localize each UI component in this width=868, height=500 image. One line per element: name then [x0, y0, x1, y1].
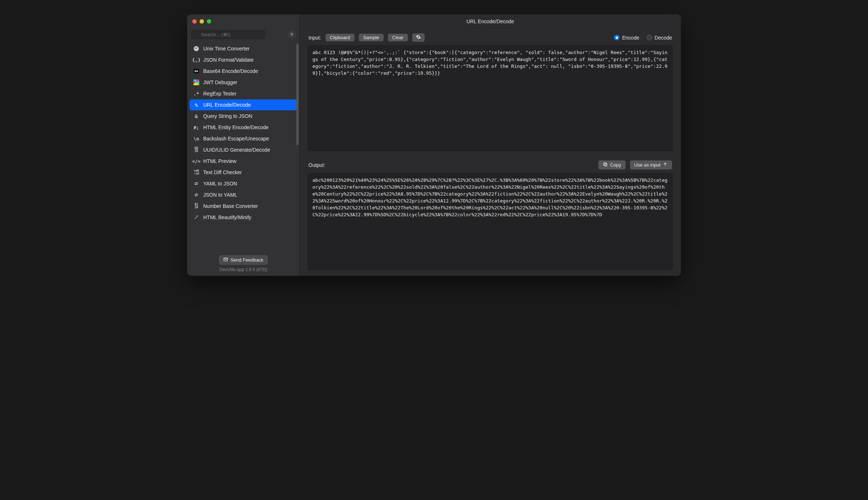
- clipboard-button[interactable]: Clipboard: [326, 34, 355, 41]
- sidebar-item-label: Unix Time Converter: [203, 46, 250, 52]
- output-label: Output:: [308, 162, 325, 168]
- bslash-icon: \n: [193, 135, 200, 142]
- list-sort-button[interactable]: [288, 30, 296, 38]
- encode-radio-label: Encode: [622, 35, 639, 41]
- sidebar-item-html-preview[interactable]: </>HTML Preview: [189, 156, 297, 167]
- sidebar-item-jwt-debugger[interactable]: JWT Debugger: [189, 77, 297, 88]
- input-toolbar: Input: Clipboard Sample Clear Encode: [300, 28, 681, 45]
- arrow-up-icon: [663, 162, 668, 168]
- sidebar-item-yaml-to-json[interactable]: YAML to JSON: [189, 178, 297, 189]
- svg-rect-6: [605, 164, 607, 166]
- wand-icon: [193, 214, 200, 221]
- sidebar-item-label: HTML Preview: [203, 158, 236, 164]
- maximize-window-button[interactable]: [207, 19, 211, 24]
- radio-dot-icon: [614, 35, 619, 40]
- settings-button[interactable]: [412, 33, 425, 42]
- encode-radio[interactable]: Encode: [614, 35, 639, 41]
- traffic-lights: [192, 19, 211, 24]
- sidebar-item-html-beautify-minify[interactable]: HTML Beautify/Minify: [189, 212, 297, 223]
- copy-icon: [603, 162, 608, 168]
- decode-radio[interactable]: Decode: [647, 35, 672, 41]
- minimize-window-button[interactable]: [200, 19, 204, 24]
- sidebar-item-unix-time-converter[interactable]: Unix Time Converter: [189, 43, 297, 54]
- sidebar-item-label: JWT Debugger: [203, 79, 237, 85]
- swap-icon: [193, 192, 200, 198]
- b64-icon: 64: [193, 68, 200, 74]
- binary-icon: 0110: [193, 203, 200, 209]
- input-label: Input:: [308, 35, 321, 41]
- output-toolbar: Output: Copy Use as input: [300, 155, 681, 173]
- output-textarea[interactable]: abc%200123%20%21%40%23%24%25%5E%26%2A%28…: [308, 173, 673, 270]
- sidebar-item-backslash-escape-unescape[interactable]: \nBackslash Escape/Unescape: [189, 133, 297, 144]
- hash-icon: #;: [193, 124, 200, 131]
- mode-radio-group: Encode Decode: [614, 35, 672, 41]
- sidebar-item-query-string-to-json[interactable]: &Query String to JSON: [189, 111, 297, 122]
- sidebar: Unix Time Converter{,}JSON Format/Valida…: [187, 15, 300, 276]
- radio-dot-icon: [647, 35, 652, 40]
- use-as-input-label: Use as input: [634, 162, 660, 168]
- sidebar-item-label: Text Diff Checker: [203, 169, 242, 175]
- send-feedback-label: Send Feedback: [230, 257, 263, 263]
- sidebar-item-label: HTML Beautify/Minify: [203, 214, 251, 220]
- main-pane: URL Encode/Decode Input: Clipboard Sampl…: [300, 15, 681, 276]
- code-icon: </>: [193, 158, 200, 164]
- braces-icon: {,}: [193, 57, 200, 63]
- sidebar-item-uuid-ulid-generate-decode[interactable]: UUIDUUID/ULID Generate/Decode: [189, 144, 297, 155]
- search-row: [187, 28, 299, 42]
- decode-radio-label: Decode: [655, 35, 672, 41]
- input-textarea[interactable]: abc 0123 !@#$%^&*()|+?"<>',.;:` {"store"…: [308, 45, 673, 151]
- percent-icon: %: [193, 102, 200, 108]
- diff-icon: +ab-cd: [193, 169, 200, 176]
- sidebar-item-label: JSON Format/Validate: [203, 57, 254, 63]
- sidebar-item-base64-encode-decode[interactable]: 64Base64 Encode/Decode: [189, 66, 297, 77]
- swap-icon: [193, 180, 200, 187]
- mail-icon: [223, 257, 228, 263]
- version-label: DevUtils.app 1.9.0 (67D): [220, 267, 267, 272]
- close-window-button[interactable]: [192, 19, 197, 24]
- sidebar-item-label: RegExp Tester: [203, 91, 237, 97]
- copy-label: Copy: [610, 162, 621, 168]
- sidebar-item-label: Base64 Encode/Decode: [203, 68, 258, 74]
- app-window: Unix Time Converter{,}JSON Format/Valida…: [187, 15, 681, 276]
- sidebar-item-label: YAML to JSON: [203, 181, 237, 187]
- sidebar-item-label: UUID/ULID Generate/Decode: [203, 147, 270, 153]
- sidebar-item-json-format-validate[interactable]: {,}JSON Format/Validate: [189, 54, 297, 65]
- sidebar-item-json-to-yaml[interactable]: JSON to YAML: [189, 189, 297, 200]
- sidebar-item-label: URL Encode/Decode: [203, 102, 251, 108]
- sidebar-item-url-encode-decode[interactable]: %URL Encode/Decode: [189, 99, 297, 110]
- sidebar-item-label: HTML Entity Encode/Decode: [203, 124, 269, 130]
- uuid-icon: UUID: [193, 147, 200, 153]
- sidebar-item-label: JSON to YAML: [203, 192, 237, 198]
- sidebar-item-regexp-tester[interactable]: .*RegExp Tester: [189, 88, 297, 99]
- regex-icon: .*: [193, 90, 200, 97]
- clear-button[interactable]: Clear: [388, 34, 408, 41]
- sample-button[interactable]: Sample: [359, 34, 384, 41]
- sidebar-footer: Send Feedback DevUtils.app 1.9.0 (67D): [187, 252, 299, 276]
- sidebar-item-label: Query String to JSON: [203, 113, 252, 119]
- svg-rect-7: [604, 163, 606, 165]
- search-input[interactable]: [191, 30, 266, 39]
- page-title: URL Encode/Decode: [300, 15, 681, 28]
- sidebar-item-number-base-converter[interactable]: 0110Number Base Converter: [189, 201, 297, 212]
- titlebar: [187, 15, 299, 28]
- sidebar-list[interactable]: Unix Time Converter{,}JSON Format/Valida…: [187, 42, 299, 252]
- sidebar-item-html-entity-encode-decode[interactable]: #;HTML Entity Encode/Decode: [189, 122, 297, 133]
- sidebar-item-label: Backslash Escape/Unescape: [203, 136, 269, 142]
- scrollbar-thumb[interactable]: [296, 44, 299, 145]
- use-as-input-button[interactable]: Use as input: [630, 160, 672, 169]
- gear-icon: [416, 35, 421, 41]
- clock-icon: [193, 45, 200, 52]
- send-feedback-button[interactable]: Send Feedback: [219, 255, 268, 265]
- copy-button[interactable]: Copy: [598, 160, 625, 169]
- sidebar-item-text-diff-checker[interactable]: +ab-cdText Diff Checker: [189, 167, 297, 178]
- jwt-icon: [193, 79, 200, 86]
- sidebar-item-label: Number Base Converter: [203, 203, 258, 209]
- amp-icon: &: [193, 113, 200, 119]
